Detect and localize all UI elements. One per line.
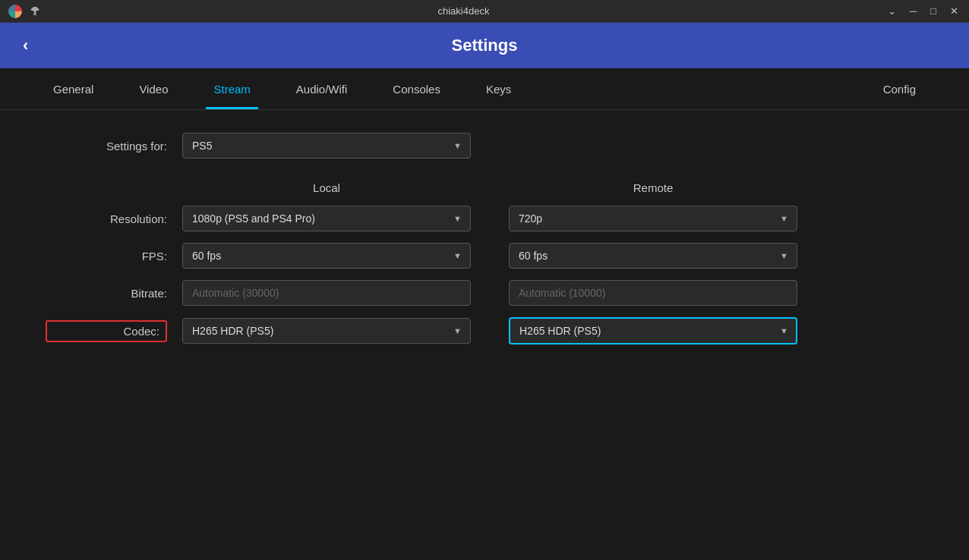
bitrate-local-input[interactable] — [182, 280, 471, 306]
codec-label: Codec: — [46, 320, 167, 342]
resolution-remote-select[interactable]: 720p 1080p (PS5 and PS4 Pro) 360p — [509, 206, 797, 231]
settings-for-row: Settings for: PS5 PS4 — [46, 133, 923, 159]
codec-row: Codec: H265 HDR (PS5) H265 (PS5) H264 H2… — [46, 317, 923, 344]
bitrate-remote-input[interactable] — [509, 280, 797, 306]
settings-for-label: Settings for: — [46, 140, 167, 153]
page-title: Settings — [452, 36, 518, 55]
codec-remote-select-wrapper: H265 HDR (PS5) H265 (PS5) H264 — [509, 317, 797, 344]
remote-column-header: Remote — [509, 181, 797, 194]
codec-local-select[interactable]: H265 HDR (PS5) H265 (PS5) H264 — [182, 318, 471, 344]
resolution-local-select-wrapper: 1080p (PS5 and PS4 Pro) 720p 360p — [182, 206, 471, 231]
codec-local-select-wrapper: H265 HDR (PS5) H265 (PS5) H264 — [182, 318, 471, 344]
column-headers: Local Remote — [46, 181, 923, 194]
fps-row: FPS: 60 fps 30 fps 60 fps 30 fps — [46, 243, 923, 269]
codec-remote-select[interactable]: H265 HDR (PS5) H265 (PS5) H264 — [509, 317, 797, 344]
resolution-remote-select-wrapper: 720p 1080p (PS5 and PS4 Pro) 360p — [509, 206, 797, 231]
content-area: Settings for: PS5 PS4 Local Remote Resol… — [0, 110, 969, 560]
tab-stream[interactable]: Stream — [191, 68, 273, 109]
title-bar-icons — [8, 4, 43, 19]
fps-local-select-wrapper: 60 fps 30 fps — [182, 243, 471, 269]
bitrate-label: Bitrate: — [46, 287, 167, 300]
back-button[interactable]: ‹ — [23, 36, 28, 55]
settings-for-select-wrapper: PS5 PS4 — [182, 133, 471, 159]
tab-video[interactable]: Video — [116, 68, 191, 109]
fps-local-select[interactable]: 60 fps 30 fps — [182, 243, 471, 269]
bitrate-row: Bitrate: — [46, 280, 923, 306]
title-bar-controls: ⌄ ─ □ ✕ — [885, 5, 961, 17]
maximize-button[interactable]: □ — [927, 5, 939, 17]
nav-tabs: General Video Stream Audio/Wifi Consoles… — [0, 68, 969, 110]
resolution-label: Resolution: — [46, 212, 167, 225]
tab-config[interactable]: Config — [860, 68, 939, 109]
minimize-button[interactable]: ─ — [907, 5, 920, 17]
title-bar: chiaki4deck ⌄ ─ □ ✕ — [0, 0, 969, 23]
tab-general[interactable]: General — [30, 68, 116, 109]
tab-consoles[interactable]: Consoles — [370, 68, 463, 109]
tab-audiowifi[interactable]: Audio/Wifi — [273, 68, 371, 109]
pin-icon — [27, 4, 43, 19]
settings-for-select[interactable]: PS5 PS4 — [182, 133, 471, 159]
window-title: chiaki4deck — [437, 5, 489, 17]
fps-label: FPS: — [46, 250, 167, 263]
resolution-local-select[interactable]: 1080p (PS5 and PS4 Pro) 720p 360p — [182, 206, 471, 231]
fps-remote-select[interactable]: 60 fps 30 fps — [509, 243, 797, 269]
app-icon — [8, 4, 23, 19]
fps-remote-select-wrapper: 60 fps 30 fps — [509, 243, 797, 269]
tab-keys[interactable]: Keys — [463, 68, 534, 109]
header: ‹ Settings — [0, 23, 969, 68]
resolution-row: Resolution: 1080p (PS5 and PS4 Pro) 720p… — [46, 206, 923, 231]
close-button[interactable]: ✕ — [947, 5, 961, 17]
chevron-down-icon[interactable]: ⌄ — [885, 5, 899, 17]
local-column-header: Local — [182, 181, 471, 194]
